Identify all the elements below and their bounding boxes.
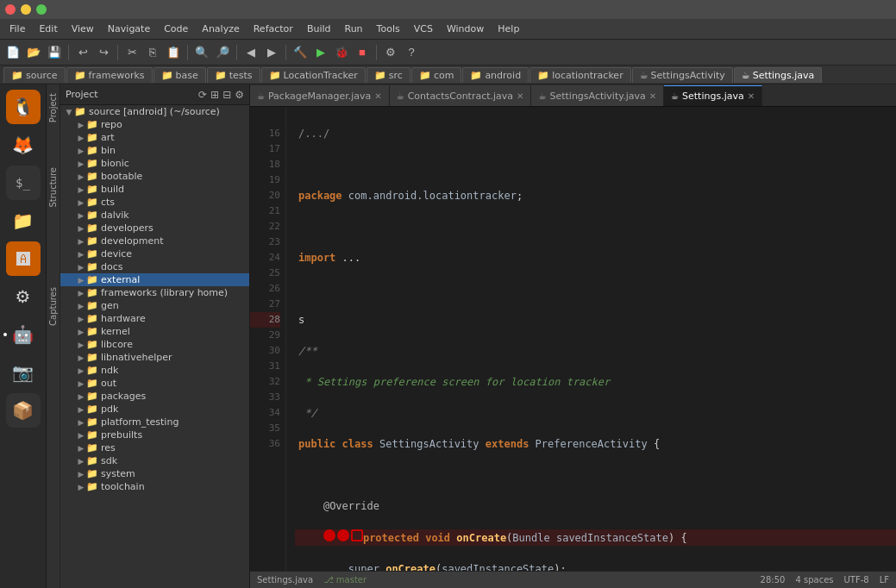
list-item[interactable]: ▶📁ndk — [60, 364, 249, 377]
list-item[interactable]: ▶📁gen — [60, 299, 249, 312]
vertical-label-structure[interactable]: Structure — [47, 162, 60, 213]
list-item[interactable]: ▶📁bionic — [60, 157, 249, 170]
menu-window[interactable]: Window — [441, 22, 490, 36]
tree-config-btn[interactable]: ⚙ — [235, 89, 244, 101]
list-item[interactable]: ▶📁toolchain — [60, 480, 249, 493]
dock-ubuntu-icon[interactable]: 🐧 — [6, 90, 41, 124]
close-button[interactable] — [5, 4, 16, 15]
paste-button[interactable]: 📋 — [164, 43, 183, 62]
menu-help[interactable]: Help — [492, 22, 525, 36]
nav-tab-settings[interactable]: ☕ Settings.java — [734, 67, 823, 83]
nav-tab-tests[interactable]: 📁 tests — [207, 67, 260, 83]
redo-button[interactable]: ↪ — [94, 43, 113, 62]
list-item[interactable]: ▶📁libnativehelper — [60, 351, 249, 364]
nav-tab-android[interactable]: 📁 android — [462, 67, 529, 83]
list-item[interactable]: ▶📁bin — [60, 144, 249, 157]
list-item[interactable]: ▶📁prebuilts — [60, 428, 249, 441]
back-nav-button[interactable]: ◀ — [241, 43, 260, 62]
build-button[interactable]: 🔨 — [291, 43, 310, 62]
open-button[interactable]: 📂 — [24, 43, 43, 62]
nav-tab-locationtracker[interactable]: 📁 LocationTracker — [261, 67, 366, 83]
menu-edit[interactable]: Edit — [33, 22, 63, 36]
menu-run[interactable]: Run — [339, 22, 369, 36]
tree-collapse-btn[interactable]: ⊟ — [222, 89, 231, 101]
dock-settings-icon[interactable]: ⚙ — [6, 279, 41, 314]
list-item[interactable]: ▶📁packages — [60, 390, 249, 403]
settings-button[interactable]: ⚙ — [381, 43, 400, 62]
tab-close-packagemanager[interactable]: ✕ — [374, 91, 381, 101]
menu-code[interactable]: Code — [158, 22, 194, 36]
run-button[interactable]: ▶ — [311, 43, 330, 62]
menu-vcs[interactable]: VCS — [408, 22, 439, 36]
vertical-label-captures[interactable]: Captures — [47, 282, 60, 331]
tab-close-settings[interactable]: ✕ — [748, 91, 755, 101]
menu-view[interactable]: View — [66, 22, 100, 36]
list-item[interactable]: ▶📁kernel — [60, 325, 249, 338]
list-item[interactable]: ▶📁platform_testing — [60, 416, 249, 428]
list-item[interactable]: ▶📁development — [60, 235, 249, 247]
vertical-label-project[interactable]: Project — [47, 88, 60, 128]
list-item[interactable]: ▶📁libcore — [60, 338, 249, 351]
list-item[interactable]: ▶📁developers — [60, 222, 249, 235]
nav-tab-base[interactable]: 📁 base — [154, 67, 206, 83]
list-item[interactable]: ▶📁sdk — [60, 454, 249, 467]
menu-navigate[interactable]: Navigate — [102, 22, 156, 36]
list-item[interactable]: ▶📁bootable — [60, 170, 249, 183]
dock-apps-icon[interactable]: 📦 — [6, 393, 41, 428]
nav-tab-frameworks[interactable]: 📁 frameworks — [66, 67, 153, 83]
tab-contactscontract[interactable]: ☕ ContactsContract.java ✕ — [390, 85, 532, 106]
menu-analyze[interactable]: Analyze — [196, 22, 245, 36]
dock-camera-icon[interactable]: 📷 — [6, 355, 41, 390]
tab-close-contacts[interactable]: ✕ — [517, 91, 523, 101]
code-content[interactable]: /.../ package com.android.locationtracke… — [286, 107, 896, 571]
maximize-button[interactable] — [36, 4, 47, 15]
dock-software-icon[interactable]: 🅰 — [6, 241, 41, 276]
nav-tab-com[interactable]: 📁 com — [411, 67, 462, 83]
tree-sync-btn[interactable]: ⟳ — [198, 89, 207, 101]
tree-expand-btn[interactable]: ⊞ — [210, 89, 219, 101]
tab-close-settingsactivity[interactable]: ✕ — [649, 91, 656, 101]
list-item[interactable]: ▶📁build — [60, 183, 249, 196]
list-item[interactable]: ▶📁hardware — [60, 312, 249, 325]
tree-root[interactable]: ▼ 📁 source [android] (~/source) — [60, 105, 249, 118]
menu-build[interactable]: Build — [301, 22, 337, 36]
menu-file[interactable]: File — [3, 22, 31, 36]
nav-tab-settingsactivity[interactable]: ☕ SettingsActivity — [632, 67, 733, 83]
list-item[interactable]: ▶📁device — [60, 247, 249, 260]
tree-item-external[interactable]: ▶📁external — [60, 273, 249, 286]
forward-nav-button[interactable]: ▶ — [262, 43, 281, 62]
nav-tab-locationtracker2[interactable]: 📁 locationtracker — [529, 67, 631, 83]
save-button[interactable]: 💾 — [45, 43, 64, 62]
list-item[interactable]: ▶📁dalvik — [60, 209, 249, 222]
dock-terminal-icon[interactable]: $_ — [6, 166, 41, 200]
menu-tools[interactable]: Tools — [371, 22, 406, 36]
dock-android-studio-icon[interactable]: 🤖 — [6, 317, 41, 352]
menu-refactor[interactable]: Refactor — [247, 22, 299, 36]
stop-button[interactable]: ■ — [353, 43, 372, 62]
list-item[interactable]: ▶📁res — [60, 441, 249, 454]
list-item[interactable]: ▶📁pdk — [60, 403, 249, 416]
nav-tab-src[interactable]: 📁 src — [367, 67, 410, 83]
undo-button[interactable]: ↩ — [73, 43, 92, 62]
dock-files-icon[interactable]: 📁 — [6, 203, 41, 238]
list-item[interactable]: ▶📁system — [60, 467, 249, 480]
list-item[interactable]: ▶📁art — [60, 131, 249, 144]
list-item[interactable]: ▶📁out — [60, 377, 249, 390]
tab-packagemanager[interactable]: ☕ PackageManager.java ✕ — [250, 85, 390, 106]
new-file-button[interactable]: 📄 — [3, 43, 22, 62]
tab-settingsactivity[interactable]: ☕ SettingsActivity.java ✕ — [531, 85, 664, 106]
help-toolbar-button[interactable]: ? — [402, 43, 421, 62]
list-item[interactable]: ▶📁cts — [60, 196, 249, 209]
replace-button[interactable]: 🔎 — [213, 43, 232, 62]
minimize-button[interactable] — [21, 4, 31, 15]
list-item[interactable]: ▶📁docs — [60, 260, 249, 273]
dock-firefox-icon[interactable]: 🦊 — [6, 128, 41, 162]
list-item[interactable]: ▶📁repo — [60, 118, 249, 131]
copy-button[interactable]: ⎘ — [143, 43, 162, 62]
tab-settings[interactable]: ☕ Settings.java ✕ — [664, 85, 762, 106]
nav-tab-source[interactable]: 📁 source — [3, 67, 66, 83]
search-button[interactable]: 🔍 — [192, 43, 211, 62]
debug-button[interactable]: 🐞 — [332, 43, 351, 62]
list-item[interactable]: ▶📁frameworks (library home) — [60, 286, 249, 299]
cut-button[interactable]: ✂ — [122, 43, 141, 62]
